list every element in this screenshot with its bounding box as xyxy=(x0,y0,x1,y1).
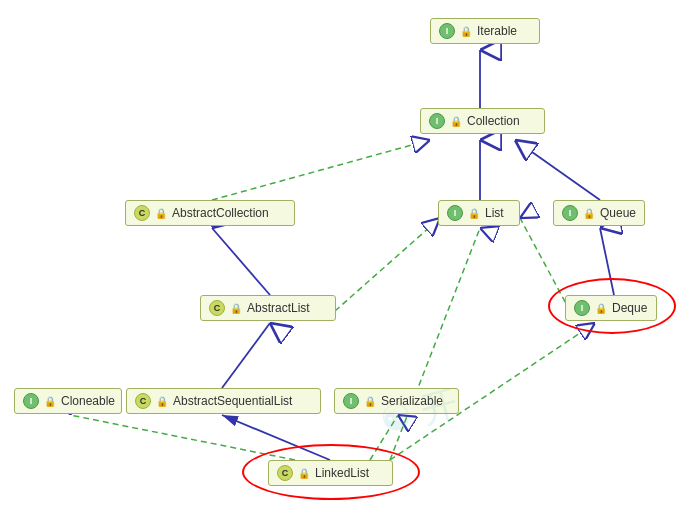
node-linked-list: C 🔒 LinkedList xyxy=(268,460,393,486)
label-linked-list: LinkedList xyxy=(315,466,369,480)
lock-serializable: 🔒 xyxy=(364,396,376,407)
lock-queue: 🔒 xyxy=(583,208,595,219)
node-serializable: I 🔒 Serializable xyxy=(334,388,459,414)
svg-line-9 xyxy=(222,323,270,388)
node-abstract-list: C 🔒 AbstractList xyxy=(200,295,336,321)
badge-collection: I xyxy=(429,113,445,129)
arrows-svg xyxy=(0,0,692,517)
label-cloneable: Cloneable xyxy=(61,394,115,408)
label-abstract-list: AbstractList xyxy=(247,301,310,315)
badge-cloneable: I xyxy=(23,393,39,409)
svg-line-10 xyxy=(222,415,330,460)
svg-line-8 xyxy=(600,228,614,295)
badge-abstract-list: C xyxy=(209,300,225,316)
svg-line-5 xyxy=(515,140,600,200)
lock-list: 🔒 xyxy=(468,208,480,219)
diagram-container: I 🔒 Iterable I 🔒 Collection C 🔒 Abstract… xyxy=(0,0,692,517)
label-collection: Collection xyxy=(467,114,520,128)
lock-abstract-list: 🔒 xyxy=(230,303,242,314)
badge-abstract-sequential-list: C xyxy=(135,393,151,409)
badge-queue: I xyxy=(562,205,578,221)
badge-linked-list: C xyxy=(277,465,293,481)
svg-line-11 xyxy=(70,415,295,460)
badge-iterable: I xyxy=(439,23,455,39)
lock-iterable: 🔒 xyxy=(460,26,472,37)
label-serializable: Serializable xyxy=(381,394,443,408)
lock-abstract-sequential-list: 🔒 xyxy=(156,396,168,407)
svg-line-13 xyxy=(390,228,480,460)
svg-line-12 xyxy=(370,415,398,460)
node-abstract-collection: C 🔒 AbstractCollection xyxy=(125,200,295,226)
lock-collection: 🔒 xyxy=(450,116,462,127)
badge-list: I xyxy=(447,205,463,221)
node-cloneable: I 🔒 Cloneable xyxy=(14,388,122,414)
label-abstract-collection: AbstractCollection xyxy=(172,206,269,220)
node-queue: I 🔒 Queue xyxy=(553,200,645,226)
node-abstract-sequential-list: C 🔒 AbstractSequentialList xyxy=(126,388,321,414)
label-list: List xyxy=(485,206,504,220)
label-iterable: Iterable xyxy=(477,24,517,38)
label-abstract-sequential-list: AbstractSequentialList xyxy=(173,394,292,408)
lock-abstract-collection: 🔒 xyxy=(155,208,167,219)
lock-deque: 🔒 xyxy=(595,303,607,314)
label-deque: Deque xyxy=(612,301,647,315)
node-iterable: I 🔒 Iterable xyxy=(430,18,540,44)
lock-linked-list: 🔒 xyxy=(298,468,310,479)
svg-line-6 xyxy=(212,228,270,295)
svg-line-7 xyxy=(335,218,440,311)
badge-deque: I xyxy=(574,300,590,316)
badge-abstract-collection: C xyxy=(134,205,150,221)
label-queue: Queue xyxy=(600,206,636,220)
svg-line-15 xyxy=(520,218,570,311)
svg-line-3 xyxy=(212,140,430,200)
badge-serializable: I xyxy=(343,393,359,409)
node-collection: I 🔒 Collection xyxy=(420,108,545,134)
lock-cloneable: 🔒 xyxy=(44,396,56,407)
node-list: I 🔒 List xyxy=(438,200,520,226)
node-deque: I 🔒 Deque xyxy=(565,295,657,321)
